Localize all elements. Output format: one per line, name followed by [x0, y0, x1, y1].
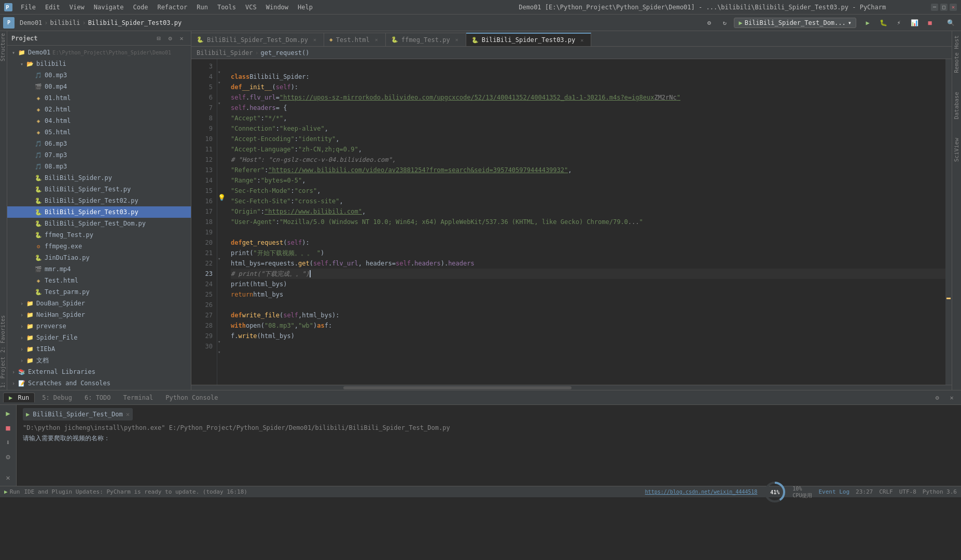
tree-item-spider-file[interactable]: › 📁 Spider_File: [7, 332, 191, 343]
breadcrumb-current-file[interactable]: Bilibili_Spider_Test03.py: [88, 19, 182, 26]
menu-code[interactable]: Code: [129, 3, 152, 12]
tree-item-documents[interactable]: › 📁 文档: [7, 355, 191, 366]
tree-item-bilibili-spider-test-py[interactable]: 🐍 BiliBili_Spider_Test.py: [7, 184, 191, 195]
profile-button[interactable]: 📊: [907, 17, 922, 29]
run-restart-btn[interactable]: ▶: [2, 407, 15, 419]
run-scroll-end[interactable]: ⬇: [2, 436, 15, 449]
left-tab-favorites[interactable]: 2: Favorites: [0, 313, 7, 355]
event-log-link[interactable]: Event Log: [818, 488, 849, 495]
run-tab-terminal[interactable]: Terminal: [118, 393, 159, 402]
run-panel-settings[interactable]: ⚙: [931, 392, 943, 403]
run-close-panel[interactable]: ✕: [2, 471, 15, 484]
run-tab-todo[interactable]: 6: TODO: [79, 393, 116, 402]
tree-item-scratches[interactable]: › 📝 Scratches and Consoles: [7, 377, 191, 389]
menu-file[interactable]: File: [17, 3, 40, 12]
right-tab-sciview[interactable]: SciView: [952, 134, 961, 166]
fold-arrow-get[interactable]: ▾: [218, 256, 220, 261]
settings-btn[interactable]: ⚙: [702, 17, 716, 29]
tree-item-preverse[interactable]: › 📁 preverse: [7, 320, 191, 332]
tree-item-04html[interactable]: ◈ 04.html: [7, 115, 191, 127]
menu-tools[interactable]: Tools: [213, 3, 240, 12]
run-tab-run[interactable]: ▶ Run: [3, 393, 35, 402]
menu-window[interactable]: Window: [262, 3, 293, 12]
right-gutter[interactable]: [945, 59, 952, 385]
run-button[interactable]: ▶: [860, 17, 875, 29]
tree-item-bilibili[interactable]: ▾ 📂 bilibili: [7, 58, 191, 69]
tree-item-ffmeg-py[interactable]: 🐍 ffmeg_Test.py: [7, 229, 191, 241]
run-config-selector[interactable]: ▶ BiliBili_Spider_Test_Dom... ▾: [734, 18, 856, 28]
right-tab-database[interactable]: Database: [952, 88, 961, 123]
tree-item-demo01[interactable]: ▾ 📁 Demo01 E:\Python_Project\Python_Spid…: [7, 47, 191, 58]
run-output-tab-close[interactable]: ✕: [126, 409, 130, 419]
code-content[interactable]: class Bilibili_Spider: def __init__ (sel…: [225, 59, 945, 385]
minimize-button[interactable]: ─: [931, 4, 938, 11]
tree-item-external-libraries[interactable]: › 📚 External Libraries: [7, 366, 191, 377]
tab-close-btn[interactable]: ✕: [578, 36, 586, 44]
tab-ffmeg-test[interactable]: 🐍 ffmeg_Test.py ✕: [386, 33, 466, 46]
left-tab-structure[interactable]: Structure: [0, 31, 7, 63]
fold-arrow-init[interactable]: ▾: [218, 80, 220, 85]
tree-item-bilibili-spider-py[interactable]: 🐍 BiliBili_Spider.py: [7, 172, 191, 184]
search-everywhere-button[interactable]: 🔍: [943, 17, 958, 29]
run-settings[interactable]: ⚙: [2, 451, 15, 463]
menu-navigate[interactable]: Navigate: [90, 3, 128, 12]
fold-arrow-headers[interactable]: ▾: [218, 101, 220, 106]
maximize-button[interactable]: □: [940, 4, 948, 11]
run-tab-debug[interactable]: 5: Debug: [37, 393, 77, 402]
breadcrumb-bilibili[interactable]: bilibili: [50, 19, 80, 26]
sync-btn[interactable]: ↻: [717, 17, 732, 29]
tree-item-02html[interactable]: ◈ 02.html: [7, 104, 191, 115]
menu-help[interactable]: Help: [294, 3, 317, 12]
project-collapse-btn[interactable]: ⊟: [154, 33, 164, 44]
close-button[interactable]: ✕: [950, 4, 957, 11]
tree-item-neihan[interactable]: › 📁 NeiHan_Spider: [7, 309, 191, 320]
run-stop-btn[interactable]: ■: [2, 422, 15, 434]
tree-item-08mp3[interactable]: 🎵 08.mp3: [7, 161, 191, 172]
status-python-version[interactable]: Python 3.6: [923, 488, 957, 495]
tab-close-btn[interactable]: ✕: [373, 36, 380, 44]
tab-bilibili-spider-test-dom[interactable]: 🐍 BiliBili_Spider_Test_Dom.py ✕: [191, 33, 324, 46]
tree-item-05html[interactable]: ◈ 05.html: [7, 127, 191, 138]
tab-bilibili-spider-test03[interactable]: 🐍 BiliBili_Spider_Test03.py ✕: [466, 33, 592, 46]
run-tab-python-console[interactable]: Python Console: [160, 393, 223, 402]
tree-item-bilibili-spider-test02-py[interactable]: 🐍 BiliBili_Spider_Test02.py: [7, 195, 191, 206]
tree-item-test-html[interactable]: ◈ Test.html: [7, 275, 191, 286]
tree-item-07mp3[interactable]: 🎵 07.mp3: [7, 149, 191, 161]
bc-get-request[interactable]: get_request(): [261, 49, 310, 57]
tab-close-btn[interactable]: ✕: [453, 36, 461, 44]
tree-item-bilibili-spider-test-dom-py[interactable]: 🐍 BiliBili_Spider_Test_Dom.py: [7, 218, 191, 229]
status-url[interactable]: https://blog.csdn.net/weixin_4444518: [645, 489, 758, 495]
left-tab-project[interactable]: 1: Project: [0, 355, 7, 390]
right-tab-remote-host[interactable]: Remote Host: [952, 31, 961, 77]
menu-vcs[interactable]: VCS: [241, 3, 261, 12]
tab-test-html[interactable]: ◈ Test.html ✕: [324, 33, 386, 46]
menu-refactor[interactable]: Refactor: [153, 3, 191, 12]
bulb-icon[interactable]: 💡: [218, 194, 226, 201]
tree-item-ffmpeg-exe[interactable]: ⚙ ffmpeg.exe: [7, 241, 191, 252]
tree-item-douban[interactable]: › 📁 DouBan_Spider: [7, 298, 191, 309]
status-line-col[interactable]: 23:27: [856, 488, 873, 495]
project-settings-btn[interactable]: ⚙: [165, 33, 175, 44]
project-hide-btn[interactable]: ✕: [176, 33, 187, 44]
bc-bilibili-spider[interactable]: Bilibili_Spider: [197, 49, 253, 57]
tree-item-test-parm-py[interactable]: 🐍 Test_parm.py: [7, 286, 191, 298]
tree-item-tieba[interactable]: › 📁 tIEbA: [7, 343, 191, 355]
tree-item-01html[interactable]: ◈ 01.html: [7, 92, 191, 104]
debug-button[interactable]: 🐛: [876, 17, 890, 29]
status-crlf[interactable]: CRLF: [879, 488, 893, 495]
run-status-label[interactable]: Run: [10, 488, 20, 495]
menu-view[interactable]: View: [65, 3, 89, 12]
horizontal-scrollbar[interactable]: [191, 385, 952, 390]
tree-item-06mp3[interactable]: 🎵 06.mp3: [7, 138, 191, 149]
tree-item-mmr-mp4[interactable]: 🎬 mmr.mp4: [7, 263, 191, 275]
h-scroll-thumb[interactable]: [343, 386, 572, 389]
run-coverage-button[interactable]: ⚡: [892, 17, 906, 29]
breadcrumb-demo01[interactable]: Demo01: [20, 19, 42, 26]
fold-arrow-class[interactable]: ▾: [218, 69, 220, 75]
tree-item-bilibili-spider-test03-py[interactable]: 🐍 BiliBili_Spider_Test03.py: [7, 206, 191, 218]
status-update-notice[interactable]: IDE and Plugin Updates: PyCharm is ready…: [24, 488, 247, 495]
run-panel-close[interactable]: ✕: [945, 392, 958, 403]
menu-edit[interactable]: Edit: [41, 3, 64, 12]
tree-item-00mp3[interactable]: 🎵 00.mp3: [7, 69, 191, 81]
stop-button[interactable]: ■: [923, 17, 937, 29]
